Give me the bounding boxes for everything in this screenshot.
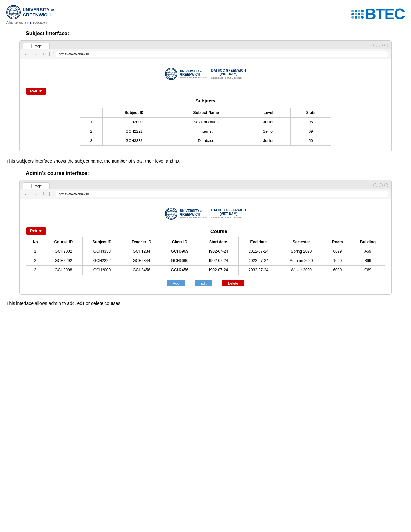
- forward-button[interactable]: →: [32, 51, 39, 57]
- course-row-no: 3: [26, 266, 44, 275]
- svg-text:GREENWICH: GREENWICH: [167, 214, 175, 216]
- course-edit-button[interactable]: Edit: [195, 280, 212, 286]
- table-row: 3 GCH3333 Database Junior 50: [80, 136, 331, 146]
- table-row: 1 GCH2000 Sex Education Junior 96: [80, 118, 331, 127]
- subject-browser-tab[interactable]: Page 1: [23, 43, 50, 49]
- subject-row-level: Senior: [246, 127, 291, 136]
- course-row-class-id: GCH6969: [161, 247, 198, 256]
- subject-row-id: GCH2000: [102, 118, 166, 127]
- course-col-7: Semester: [279, 237, 324, 247]
- course-row-building: B69: [351, 256, 385, 266]
- course-back-button[interactable]: ←: [23, 191, 30, 197]
- subjects-table: Subject ID Subject Name Level Slots 1 GC…: [80, 108, 331, 146]
- course-col-2: Subject ID: [83, 237, 122, 247]
- course-action-buttons: Add Edit Delete: [26, 280, 385, 288]
- course-description: This interface allows admin to add, edit…: [6, 300, 405, 307]
- course-browser-tab[interactable]: Page 1: [23, 182, 50, 189]
- fpt-badge: FPT: [25, 21, 32, 24]
- course-url-bar[interactable]: [56, 191, 388, 197]
- subject-return-button[interactable]: Return: [26, 88, 46, 95]
- course-row-start-date: 1902-07-24: [198, 266, 238, 275]
- course-row-teacher-id: GCH3456: [122, 266, 161, 275]
- subject-row-level: Junior: [246, 136, 291, 146]
- subject-row-slots: 50: [291, 136, 331, 146]
- course-row-subject-id: GCH2222: [83, 256, 122, 266]
- course-row-subject-id: GCH3333: [83, 247, 122, 256]
- table-row: 2 GCH2292 GCH2222 GCH2344 GCH6696 1902-0…: [26, 256, 385, 266]
- course-row-start-date: 1902-07-24: [198, 256, 238, 266]
- course-home-icon: [49, 192, 54, 196]
- course-col-1: Course ID: [44, 237, 83, 247]
- subject-table-title: Subjects: [26, 98, 385, 103]
- subject-dai-hoc-text: DAI HOC GREENWICH(VIET NAM) Lien ket voi…: [211, 69, 246, 79]
- course-row-no: 2: [26, 256, 44, 266]
- course-col-3: Teacher ID: [122, 237, 161, 247]
- course-tab-bar: Page 1: [20, 180, 391, 189]
- subjects-table-header: Subject ID Subject Name Level Slots: [80, 108, 331, 118]
- course-row-course-id: GCH2292: [44, 256, 83, 266]
- course-forward-button[interactable]: →: [32, 191, 39, 197]
- subject-row-id: GCH3333: [102, 136, 166, 146]
- course-site-header: UNIVERSITY of GREENWICH UNIVERSITY of GR…: [26, 204, 385, 223]
- course-delete-button[interactable]: Delete: [222, 280, 244, 286]
- subject-url-bar[interactable]: [56, 51, 388, 57]
- course-refresh-button[interactable]: ↻: [41, 191, 47, 197]
- subjects-col-subject-id: Subject ID: [102, 108, 166, 118]
- subject-page-content: UNIVERSITY of GREENWICH UNIVERSITY of GR…: [20, 59, 391, 152]
- subjects-col-slots: Slots: [291, 108, 331, 118]
- subject-browser-window: Page 1 ← → ↻ UNIVERSITY of GRE: [19, 40, 392, 152]
- subject-row-level: Junior: [246, 118, 291, 127]
- window-circle-2: [379, 44, 383, 47]
- subject-row-no: 1: [80, 118, 102, 127]
- course-site-logo-text: UNIVERSITY of GREENWICH Alliance with FP…: [180, 209, 208, 218]
- course-window-circle-3: [384, 183, 388, 187]
- courses-table-header: NoCourse IDSubject IDTeacher IDClass IDS…: [26, 237, 385, 247]
- subjects-col-level: Level: [246, 108, 291, 118]
- window-circle-1: [373, 44, 377, 47]
- table-row: 3 GCH9998 GCH2000 GCH3456 GCH2456 1902-0…: [26, 266, 385, 275]
- course-col-9: Building: [351, 237, 385, 247]
- back-button[interactable]: ←: [23, 51, 30, 57]
- subject-row-no: 3: [80, 136, 102, 146]
- subject-tab-label: Page 1: [34, 44, 45, 48]
- course-row-class-id: GCH2456: [161, 266, 198, 275]
- course-section-title: Admin's course interface:: [26, 170, 405, 176]
- subject-tab-bar: Page 1: [20, 41, 391, 49]
- course-row-semester: Autumn 2020: [279, 256, 324, 266]
- course-dai-hoc-text: DAI HOC GREENWICH(VIET NAM) Lien ket voi…: [211, 208, 246, 219]
- course-browser-toolbar: ← → ↻: [20, 189, 391, 199]
- refresh-button[interactable]: ↻: [41, 51, 47, 57]
- subject-site-header: UNIVERSITY of GREENWICH UNIVERSITY of GR…: [26, 64, 385, 83]
- subject-site-logo-circle: UNIVERSITY of GREENWICH: [165, 68, 177, 80]
- greenwich-logo: UNIVERSITY of GREENWICH UNIVERSITY of GR…: [6, 5, 54, 19]
- course-page-content: UNIVERSITY of GREENWICH UNIVERSITY of GR…: [20, 199, 391, 294]
- course-col-4: Class ID: [161, 237, 198, 247]
- course-table-wrapper: NoCourse IDSubject IDTeacher IDClass IDS…: [26, 237, 385, 275]
- course-row-end-date: 2012-07-24: [238, 247, 279, 256]
- subject-row-slots: 69: [291, 127, 331, 136]
- course-add-button[interactable]: Add: [167, 280, 185, 286]
- course-window-circle-2: [379, 183, 383, 187]
- table-row: 1 GCH2002 GCH3333 GCH1234 GCH6969 1902-0…: [26, 247, 385, 256]
- course-row-start-date: 1902-07-24: [198, 247, 238, 256]
- course-row-end-date: 2022-07-24: [238, 256, 279, 266]
- course-return-button[interactable]: Return: [26, 227, 46, 235]
- subject-row-no: 2: [80, 127, 102, 136]
- courses-table-body: 1 GCH2002 GCH3333 GCH1234 GCH6969 1902-0…: [26, 247, 385, 275]
- window-circle-3: [384, 44, 388, 47]
- course-row-teacher-id: GCH2344: [122, 256, 161, 266]
- subjects-col-subject-name: Subject Name: [166, 108, 246, 118]
- svg-text:GREENWICH: GREENWICH: [8, 13, 19, 15]
- course-row-semester: Winter 2020: [279, 266, 324, 275]
- subject-site-logo-text: UNIVERSITY of GREENWICH Alliance with FP…: [180, 69, 208, 79]
- home-icon: [49, 52, 54, 56]
- course-row-class-id: GCH6696: [161, 256, 198, 266]
- course-row-building: A69: [351, 247, 385, 256]
- course-browser-window: Page 1 ← → ↻ UNIVERSITY of GRE: [19, 180, 392, 295]
- btec-logo: BTEC: [351, 5, 405, 23]
- course-col-0: No: [26, 237, 44, 247]
- course-row-end-date: 2032-07-24: [238, 266, 279, 275]
- course-row-subject-id: GCH2000: [83, 266, 122, 275]
- subject-row-id: GCH2222: [102, 127, 166, 136]
- logo-left: UNIVERSITY of GREENWICH UNIVERSITY of GR…: [6, 5, 54, 24]
